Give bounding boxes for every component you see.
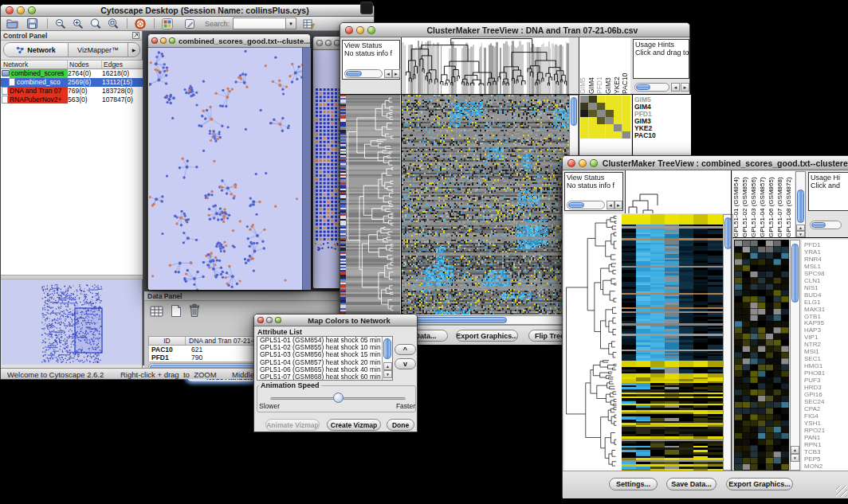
dialog-titlebar[interactable]: Map Colors to Network [254, 315, 417, 326]
minimize-button[interactable] [356, 26, 364, 34]
treeview2-titlebar[interactable]: ClusterMaker TreeView : combined_scores_… [563, 156, 848, 170]
save-icon[interactable] [26, 17, 39, 30]
minimize-button[interactable] [579, 159, 587, 167]
tv2-labels-vscroll-thumb[interactable] [797, 189, 804, 223]
tv2-genelist-vscrollbar[interactable]: ▲ ▼ [790, 240, 800, 471]
slider-thumb[interactable] [333, 393, 344, 403]
tv2-settings-button[interactable]: Settings... [609, 478, 658, 490]
network-table-row[interactable]: DNA and Tran 07 769(0) 183728(0) [1, 87, 143, 96]
network-view-canvas[interactable] [149, 48, 302, 290]
zoom-selected-icon[interactable] [88, 17, 102, 30]
tv1-gene-label[interactable]: PAC10 [633, 132, 691, 139]
zoom-button[interactable] [169, 37, 175, 44]
tab-vizmapper[interactable]: VizMapper™ [69, 43, 128, 57]
network-view-titlebar[interactable]: combined_scores_good.txt--cluste... [148, 34, 310, 48]
tv2-labels-vscrollbar[interactable]: ▲ ▼ [795, 171, 806, 237]
tv1-column-labels[interactable]: GIM5GIM4PFD1GIM3YKE2PAC10 [579, 37, 630, 94]
scroll-left-icon[interactable]: ◄ [384, 69, 392, 78]
tv2-gene-label[interactable]: MON2 [802, 463, 848, 471]
zoom-out-icon[interactable] [53, 17, 67, 30]
tv1-status-hscrollbar[interactable] [344, 69, 383, 78]
open-file-icon[interactable] [6, 17, 19, 30]
network-table-header[interactable]: Network Nodes Edges [1, 60, 143, 69]
zoom-fit-icon[interactable] [106, 17, 120, 30]
tv1-genelist-hscroll-thumb[interactable] [636, 84, 650, 90]
column-nodes[interactable]: Nodes [68, 61, 102, 68]
tv2-column-label[interactable]: GPL51-04 (GSM857) [759, 171, 768, 237]
tv1-column-label[interactable]: GIM4 [588, 37, 597, 94]
animate-vizmap-button[interactable]: Animate Vizmap [265, 419, 320, 431]
network-table-row[interactable]: RNAPuberNov2+ 563(0) 107847(0) [1, 95, 143, 104]
scroll-right-icon[interactable]: ► [392, 69, 400, 78]
minimize-button[interactable] [325, 40, 332, 46]
minimize-button[interactable] [17, 6, 25, 14]
attribute-list-item[interactable]: GPL51-04 (GSM857) heat shock 20 min [257, 359, 392, 366]
tv1-hscroll-thumb[interactable] [403, 317, 507, 323]
tv1-column-label[interactable]: PAC10 [622, 37, 630, 94]
vizmapper-icon[interactable] [160, 17, 174, 30]
search-input[interactable]: ▼ [233, 18, 296, 29]
scroll-down-icon[interactable]: ▼ [796, 231, 805, 237]
create-vizmap-button[interactable]: Create Vizmap [327, 419, 381, 431]
tab-network[interactable]: Network [4, 43, 69, 57]
main-titlebar[interactable]: Cytoscape Desktop (Session Name: collins… [1, 5, 374, 17]
tv1-hscrollbar[interactable] [401, 315, 568, 325]
attribute-list-item[interactable]: GPL51-07 (GSM868) heat shock 60 min [257, 373, 392, 381]
zoom-button[interactable] [28, 6, 36, 14]
tv2-zoom-heatmap[interactable] [734, 240, 789, 472]
attribute-list-item[interactable]: GPL51-03 (GSM856) heat shock 15 min [257, 351, 392, 358]
close-button[interactable] [567, 159, 575, 167]
scroll-up-icon[interactable]: ▲ [791, 446, 799, 454]
tv2-column-label[interactable]: GPL51-06 (GSM865) [768, 171, 776, 237]
column-edges[interactable]: Edges [102, 61, 143, 68]
tv2-gene-list[interactable]: PFD1YRA1RNR4MSL1SPC98CLN1NIS1BUD4ELG1MAK… [802, 240, 848, 471]
resize-grip[interactable] [836, 486, 847, 497]
treeview1-titlebar[interactable]: ClusterMaker TreeView : DNA and Tran 07-… [340, 23, 689, 37]
scroll-up-icon[interactable]: ▲ [796, 225, 805, 231]
done-button[interactable]: Done [387, 419, 414, 431]
network-table-row[interactable]: combined_scores 2764(0) 16218(0) [1, 69, 143, 78]
scroll-down-icon[interactable]: ▼ [791, 454, 799, 462]
delete-attribute-trash-icon[interactable] [189, 303, 200, 321]
tv2-column-label[interactable]: GPL51-08 (GSM872) [785, 171, 794, 237]
tv2-column-label[interactable]: GPL51-03 (GSM856) [750, 171, 759, 237]
network-overview-canvas[interactable] [2, 279, 142, 365]
tv2-column-dendrogram[interactable] [625, 170, 732, 213]
new-attribute-icon[interactable] [171, 304, 182, 321]
menu-extra-icon[interactable] [360, 2, 373, 14]
tv1-column-label[interactable]: YKE2 [614, 37, 622, 94]
tv1-column-label[interactable]: PFD1 [596, 37, 605, 94]
tv1-zoom-heatmap[interactable] [580, 96, 630, 139]
attribute-table-icon[interactable] [150, 305, 164, 321]
attribute-list-vscroll-thumb[interactable] [383, 338, 391, 359]
tv2-global-heatmap[interactable] [622, 214, 723, 471]
tv2-column-labels[interactable]: GPL51-01 (GSM854)GPL51-02 (GSM855)GPL51-… [732, 171, 795, 237]
tv1-export-graphics-button[interactable]: Export Graphics... [456, 330, 518, 342]
close-button[interactable] [151, 37, 158, 44]
annotation-icon[interactable] [183, 17, 196, 30]
tv2-save-data-button[interactable]: Save Data... [666, 478, 716, 490]
network-table-row[interactable]: combined_sco 2569(6) 13112(15) [1, 78, 143, 87]
tv1-vscroll-thumb[interactable] [571, 97, 577, 126]
minimize-button[interactable] [160, 37, 167, 44]
tv2-export-graphics-button[interactable]: Export Graphics... [726, 478, 793, 490]
float-panel-icon[interactable] [132, 32, 142, 39]
tv2-usage-hscroll-thumb[interactable] [811, 222, 826, 228]
tv1-global-heatmap[interactable] [401, 95, 569, 315]
zoom-in-icon[interactable] [71, 17, 84, 30]
scroll-right-icon[interactable]: ► [681, 83, 689, 92]
close-button[interactable] [316, 40, 323, 46]
attribute-list-item[interactable]: GPL51-01 (GSM854) heat shock 05 min [257, 337, 392, 344]
tv2-column-label[interactable]: GPL51-02 (GSM855) [741, 171, 750, 237]
scroll-left-icon[interactable]: ◄ [607, 201, 614, 209]
zoom-button[interactable] [590, 159, 598, 167]
tv1-genelist-hscrollbar[interactable] [634, 83, 669, 92]
close-button[interactable] [257, 317, 264, 323]
tv2-usage-hscrollbar[interactable] [810, 221, 842, 229]
tv1-column-label[interactable]: GIM5 [579, 37, 588, 94]
scroll-up-icon[interactable]: ▲ [383, 362, 392, 370]
scroll-down-icon[interactable]: ▼ [383, 370, 392, 378]
attribute-list-vscrollbar[interactable]: ▲ ▼ [382, 337, 392, 380]
search-dropdown-icon[interactable]: ▼ [285, 18, 296, 29]
table-edit-icon[interactable] [302, 17, 316, 30]
